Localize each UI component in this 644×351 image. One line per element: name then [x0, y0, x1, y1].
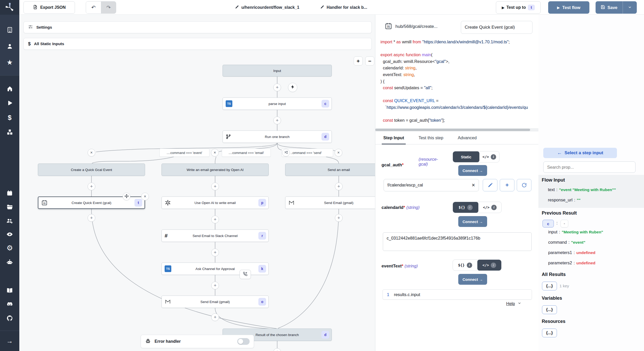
branch-condition-label[interactable]: ....command === 'event' [159, 149, 209, 157]
sidebar-item-workspace[interactable] [0, 24, 19, 36]
add-step-button[interactable]: + [211, 183, 219, 190]
sidebar-item-settings[interactable]: ⚙ [0, 242, 19, 254]
sidebar-item-groups[interactable] [0, 215, 19, 226]
add-resource-button[interactable]: + [500, 179, 514, 191]
send-email-gmail-node[interactable]: Send Email (gmail) [285, 197, 375, 209]
branch-condition-label[interactable]: ....command === 'email' [222, 149, 271, 157]
prop-row[interactable]: command:"event" [548, 240, 585, 245]
mode-javascript[interactable]: </>i [477, 260, 501, 271]
ask-channel-approval-node[interactable]: TS Ask Channel for Approval k [162, 263, 269, 275]
tab-test-this-step[interactable]: Test this step [419, 132, 443, 144]
sidebar-item-github[interactable] [0, 313, 19, 324]
mode-static[interactable]: ${}i [453, 202, 478, 213]
branch-node-openai-email[interactable]: Write an email generated by Open AI [162, 164, 269, 176]
add-step-button[interactable]: + [88, 183, 95, 190]
expand-resources-button[interactable]: {...} [542, 329, 557, 337]
remove-branch-button[interactable]: × [335, 149, 342, 157]
remove-branch-button[interactable]: × [88, 149, 95, 157]
sidebar-item-favorites[interactable]: ★ [0, 57, 19, 68]
prop-row[interactable]: parameters2:undefined [548, 260, 595, 265]
prop-row[interactable]: response_url:"" [548, 198, 581, 202]
mode-javascript[interactable]: </>i [479, 151, 499, 162]
suspend-approval-chip[interactable] [240, 270, 251, 279]
all-static-inputs-bar[interactable]: $ All Static Inputs [23, 38, 372, 50]
undo-button[interactable]: ↶ [86, 2, 101, 13]
add-step-button[interactable]: + [211, 216, 219, 223]
connect-button-gcal-auth[interactable]: Connect → [458, 165, 487, 176]
branch-node-send-email[interactable]: Send an email [285, 164, 375, 176]
run-one-branch-node[interactable]: Run one branch d [223, 130, 332, 143]
edit-resource-button[interactable] [483, 179, 497, 191]
flow-title-breadcrumb[interactable]: Handler for slack b... [320, 0, 367, 15]
expand-all-results-button[interactable]: {...} [542, 282, 557, 290]
sidebar-item-audit-logs[interactable] [0, 228, 19, 240]
send-email-slack-node[interactable]: # Send Email to Slack Channel r [162, 230, 269, 242]
sidebar-item-discord[interactable] [0, 299, 19, 310]
add-step-button[interactable]: + [211, 249, 219, 256]
add-step-button[interactable]: + [335, 183, 343, 190]
add-step-button[interactable]: + [273, 117, 281, 124]
zoom-out-button[interactable]: − [365, 56, 374, 66]
send-email-gmail-mid-node[interactable]: Send Email (gmail) o [162, 296, 269, 308]
error-handler-bar[interactable]: Error handler [141, 335, 254, 348]
shuffle-branch-button[interactable] [282, 149, 290, 157]
branch-node-gcal-event[interactable]: Create a Quick Gcal Event [38, 164, 145, 176]
tab-step-input[interactable]: Step Input [383, 132, 404, 144]
windmill-logo[interactable] [0, 2, 19, 13]
event-text-expression-editor[interactable]: 1 results.c.input [383, 289, 532, 300]
sidebar-item-folders[interactable] [0, 201, 19, 213]
sidebar-item-home[interactable] [0, 83, 19, 94]
add-step-button[interactable]: + [211, 282, 219, 289]
flow-path-breadcrumb[interactable]: u/henricourdent/flow_slack_1 [235, 0, 299, 15]
connect-button-event-text[interactable]: Connect → [458, 274, 487, 285]
hub-script-path[interactable]: hub/568/gcal/create... [395, 24, 438, 29]
refresh-resource-button[interactable] [517, 179, 531, 191]
calendar-id-textarea[interactable]: c_0312442e881ae6fcf1dec23f54916a389f1c17… [383, 232, 532, 251]
flow-canvas[interactable]: Settings $ All Static Inputs + − [19, 15, 375, 351]
prop-row[interactable]: text:"event "Meeting with Ruben"" [548, 187, 616, 192]
prop-row[interactable]: input:"Meeting with Ruben" [548, 230, 603, 234]
remove-branch-button[interactable]: × [211, 149, 219, 157]
save-options-button[interactable] [623, 1, 637, 14]
test-flow-button[interactable]: ▶ Test flow [548, 1, 589, 14]
clear-resource-icon[interactable]: × [472, 182, 475, 189]
add-step-button[interactable]: + [273, 84, 281, 91]
delete-step-button[interactable]: × [141, 193, 149, 200]
add-step-button[interactable]: + [88, 214, 95, 222]
flow-settings-bar[interactable]: Settings [23, 21, 372, 33]
save-button[interactable]: Save [596, 5, 623, 11]
search-prop-input[interactable] [543, 161, 635, 173]
sidebar-item-user[interactable] [0, 41, 19, 52]
help-link[interactable]: Help [506, 301, 521, 306]
zoom-in-button[interactable]: + [354, 56, 363, 66]
connect-button-calendar-id[interactable]: Connect → [458, 216, 487, 227]
sidebar-item-runs[interactable] [0, 97, 19, 109]
error-handler-toggle[interactable] [237, 338, 250, 345]
sidebar-item-schedules[interactable] [0, 187, 19, 199]
sidebar-item-docs[interactable] [0, 285, 19, 296]
mode-static[interactable]: ${}i [453, 260, 477, 271]
add-step-button[interactable]: + [335, 214, 343, 222]
sidebar-collapse-button[interactable]: → [0, 335, 19, 347]
sidebar-item-variables[interactable]: $ [0, 112, 19, 123]
redo-button[interactable]: ↷ [101, 2, 116, 13]
openai-write-email-node[interactable]: Use Open AI to write email p [162, 197, 269, 209]
mode-static[interactable]: Static [453, 151, 479, 162]
select-step-input-button[interactable]: ← Select a step input [543, 148, 617, 158]
test-up-to-button[interactable]: ▶ Test up to t [496, 1, 541, 14]
tab-advanced[interactable]: Advanced [458, 132, 477, 144]
expand-variables-button[interactable]: {...} [542, 305, 557, 314]
sidebar-item-resources[interactable] [0, 126, 19, 138]
parse-input-node[interactable]: TS parse input c [223, 97, 332, 110]
sidebar-item-workers[interactable] [0, 256, 19, 268]
step-name-input[interactable] [461, 21, 532, 34]
previous-step-badge[interactable]: c [543, 220, 554, 227]
export-json-button[interactable]: Export JSON [23, 1, 75, 14]
prop-row[interactable]: parameters1:undefined [548, 250, 595, 255]
add-step-button[interactable]: + [211, 313, 219, 321]
trigger-bolt-button[interactable] [288, 83, 297, 92]
collapse-result-button[interactable]: - [561, 220, 568, 227]
mode-javascript[interactable]: </>i [478, 202, 501, 213]
resource-path-input[interactable]: f/calendar/escp_cal × [384, 179, 479, 191]
move-step-handle[interactable] [123, 193, 130, 200]
